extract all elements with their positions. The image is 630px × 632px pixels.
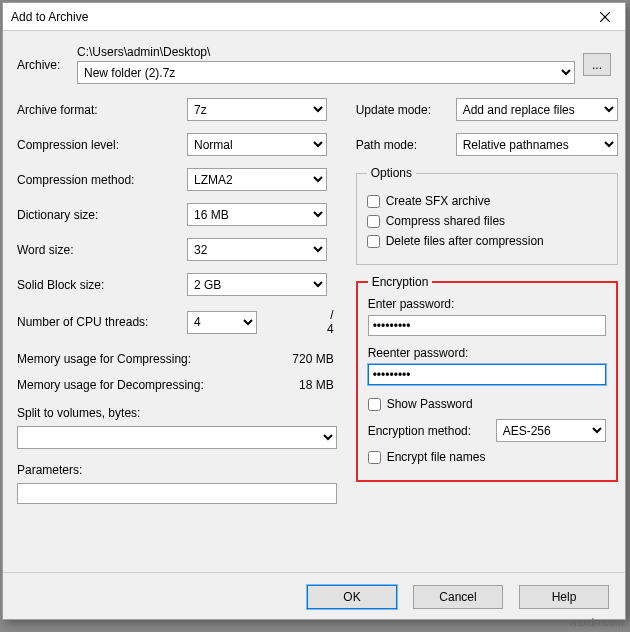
close-icon — [600, 12, 610, 22]
close-button[interactable] — [585, 3, 625, 31]
update-mode-select[interactable]: Add and replace files — [456, 98, 618, 121]
encryption-method-label: Encryption method: — [368, 424, 488, 438]
compression-method-select[interactable]: LZMA2 — [187, 168, 327, 191]
encryption-method-select[interactable]: AES-256 — [496, 419, 606, 442]
compression-method-label: Compression method: — [17, 173, 187, 187]
encrypt-names-label: Encrypt file names — [387, 450, 486, 464]
window-title: Add to Archive — [11, 10, 88, 24]
compression-level-select[interactable]: Normal — [187, 133, 327, 156]
cancel-button[interactable]: Cancel — [413, 585, 503, 609]
split-label: Split to volumes, bytes: — [17, 406, 338, 420]
encryption-legend: Encryption — [368, 275, 433, 289]
shared-checkbox-row[interactable]: Compress shared files — [367, 214, 607, 228]
browse-label: ... — [592, 58, 602, 72]
cpu-threads-select[interactable]: 4 — [187, 311, 257, 334]
reenter-password-input[interactable] — [368, 364, 606, 385]
encrypt-names-row[interactable]: Encrypt file names — [368, 450, 606, 464]
mem-decompress-value: 18 MB — [292, 378, 337, 392]
sfx-checkbox-row[interactable]: Create SFX archive — [367, 194, 607, 208]
cpu-threads-total: / 4 — [327, 308, 338, 336]
solid-block-size-select[interactable]: 2 GB — [187, 273, 327, 296]
compression-level-label: Compression level: — [17, 138, 187, 152]
watermark: wsxdn.com — [569, 616, 624, 628]
titlebar: Add to Archive — [3, 3, 625, 31]
mem-compress-label: Memory usage for Compressing: — [17, 352, 292, 366]
add-to-archive-dialog: Add to Archive Archive: C:\Users\admin\D… — [2, 2, 626, 620]
button-bar: OK Cancel Help — [3, 572, 625, 619]
delete-checkbox-row[interactable]: Delete files after compression — [367, 234, 607, 248]
cpu-threads-label: Number of CPU threads: — [17, 315, 187, 329]
archive-label: Archive: — [17, 58, 77, 72]
sfx-checkbox[interactable] — [367, 195, 380, 208]
ok-button[interactable]: OK — [307, 585, 397, 609]
enter-password-label: Enter password: — [368, 297, 606, 311]
right-column: Update mode: Add and replace files Path … — [356, 98, 618, 504]
archive-filename-select[interactable]: New folder (2).7z — [77, 61, 575, 84]
delete-checkbox[interactable] — [367, 235, 380, 248]
word-size-label: Word size: — [17, 243, 187, 257]
word-size-select[interactable]: 32 — [187, 238, 327, 261]
sfx-label: Create SFX archive — [386, 194, 491, 208]
delete-label: Delete files after compression — [386, 234, 544, 248]
encryption-group: Encryption Enter password: Reenter passw… — [356, 275, 618, 482]
help-button[interactable]: Help — [519, 585, 609, 609]
archive-row: Archive: C:\Users\admin\Desktop\ New fol… — [17, 45, 611, 84]
update-mode-label: Update mode: — [356, 103, 456, 117]
mem-decompress-label: Memory usage for Decompressing: — [17, 378, 292, 392]
archive-path: C:\Users\admin\Desktop\ — [77, 45, 575, 59]
mem-compress-value: 720 MB — [292, 352, 337, 366]
dictionary-size-label: Dictionary size: — [17, 208, 187, 222]
solid-block-size-label: Solid Block size: — [17, 278, 187, 292]
parameters-input[interactable] — [17, 483, 337, 504]
archive-format-select[interactable]: 7z — [187, 98, 327, 121]
dialog-content: Archive: C:\Users\admin\Desktop\ New fol… — [3, 31, 625, 572]
shared-label: Compress shared files — [386, 214, 505, 228]
show-password-checkbox[interactable] — [368, 398, 381, 411]
encrypt-names-checkbox[interactable] — [368, 451, 381, 464]
split-select[interactable] — [17, 426, 337, 449]
parameters-label: Parameters: — [17, 463, 338, 477]
shared-checkbox[interactable] — [367, 215, 380, 228]
path-mode-label: Path mode: — [356, 138, 456, 152]
options-group: Options Create SFX archive Compress shar… — [356, 166, 618, 265]
show-password-row[interactable]: Show Password — [368, 397, 606, 411]
options-legend: Options — [367, 166, 416, 180]
left-column: Archive format: 7z Compression level: No… — [17, 98, 338, 504]
reenter-password-label: Reenter password: — [368, 346, 606, 360]
enter-password-input[interactable] — [368, 315, 606, 336]
dictionary-size-select[interactable]: 16 MB — [187, 203, 327, 226]
path-mode-select[interactable]: Relative pathnames — [456, 133, 618, 156]
archive-format-label: Archive format: — [17, 103, 187, 117]
browse-button[interactable]: ... — [583, 53, 611, 76]
show-password-label: Show Password — [387, 397, 473, 411]
